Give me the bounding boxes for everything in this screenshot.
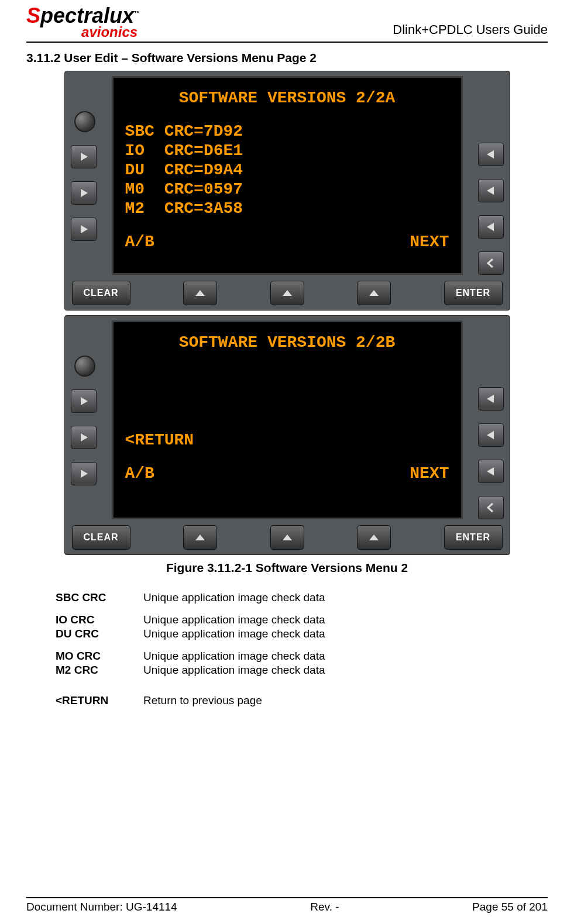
- svg-marker-0: [81, 153, 88, 161]
- svg-marker-14: [487, 467, 494, 475]
- definitions-block: SBC CRCUnique application image check da…: [56, 591, 548, 707]
- header-divider: [26, 42, 548, 43]
- revision: Rev. -: [310, 901, 339, 913]
- svg-marker-17: [369, 535, 379, 540]
- svg-marker-3: [487, 150, 494, 158]
- screen-title: SOFTWARE VERSIONS 2/2A: [125, 88, 449, 108]
- scroll-up-3[interactable]: [357, 525, 391, 550]
- right-softkey-3[interactable]: [478, 215, 504, 239]
- def-label: DU CRC: [56, 628, 143, 640]
- svg-marker-12: [487, 395, 494, 403]
- screen-b: SOFTWARE VERSIONS 2/2B <RETURN A/B NEXT: [112, 320, 463, 519]
- svg-marker-2: [81, 225, 88, 233]
- device-panel-a: SOFTWARE VERSIONS 2/2A SBC CRC=7D92 IO C…: [64, 71, 510, 311]
- page-footer: Document Number: UG-14114 Rev. - Page 55…: [26, 897, 548, 913]
- def-value: Return to previous page: [143, 694, 548, 707]
- scroll-up-3[interactable]: [357, 281, 391, 305]
- logo: Spectralux™ avionics: [26, 6, 140, 39]
- ab-toggle-label: A/B: [125, 232, 154, 251]
- svg-marker-9: [81, 397, 88, 405]
- def-value: Unique application image check data: [143, 628, 548, 640]
- left-softkey-1[interactable]: [71, 389, 97, 413]
- svg-marker-4: [487, 187, 494, 195]
- left-key-column: [71, 320, 106, 519]
- left-softkey-2[interactable]: [71, 181, 97, 205]
- crc-line: M2 CRC=3A58: [125, 199, 449, 218]
- right-key-column: [469, 320, 504, 519]
- svg-marker-5: [487, 223, 494, 231]
- crc-line: IO CRC=D6E1: [125, 141, 449, 160]
- def-value: Unique application image check data: [143, 591, 548, 604]
- right-softkey-3[interactable]: [478, 460, 504, 483]
- left-softkey-3[interactable]: [71, 218, 97, 241]
- ab-toggle-label: A/B: [125, 464, 154, 483]
- screen-a: SOFTWARE VERSIONS 2/2A SBC CRC=7D92 IO C…: [112, 76, 463, 275]
- def-label: MO CRC: [56, 650, 143, 663]
- svg-marker-7: [283, 290, 292, 296]
- brightness-knob[interactable]: [74, 111, 95, 132]
- def-label: <RETURN: [56, 694, 143, 707]
- back-key[interactable]: [478, 496, 504, 519]
- def-label: M2 CRC: [56, 664, 143, 677]
- page-number: Page 55 of 201: [472, 901, 548, 913]
- svg-marker-11: [81, 470, 88, 478]
- next-label: NEXT: [410, 464, 449, 483]
- def-label: SBC CRC: [56, 591, 143, 604]
- logo-sub: avionics: [26, 26, 140, 39]
- def-label: IO CRC: [56, 613, 143, 626]
- scroll-up-1[interactable]: [183, 281, 217, 305]
- left-softkey-2[interactable]: [71, 426, 97, 449]
- return-label: <RETURN: [125, 430, 449, 450]
- def-value: Unique application image check data: [143, 613, 548, 626]
- left-key-column: [71, 76, 106, 275]
- crc-line: DU CRC=D9A4: [125, 160, 449, 180]
- svg-marker-10: [81, 433, 88, 442]
- left-softkey-3[interactable]: [71, 462, 97, 485]
- doc-number: Document Number: UG-14114: [26, 901, 177, 913]
- scroll-up-1[interactable]: [183, 525, 217, 550]
- svg-marker-8: [369, 290, 379, 296]
- enter-button[interactable]: ENTER: [444, 281, 503, 305]
- right-softkey-1[interactable]: [478, 387, 504, 411]
- right-softkey-1[interactable]: [478, 143, 504, 166]
- screen-title: SOFTWARE VERSIONS 2/2B: [125, 333, 449, 352]
- crc-line: SBC CRC=7D92: [125, 122, 449, 141]
- svg-marker-1: [81, 189, 88, 197]
- brightness-knob[interactable]: [74, 356, 95, 377]
- section-title: 3.11.2 User Edit – Software Versions Men…: [26, 51, 548, 65]
- crc-line: M0 CRC=0597: [125, 180, 449, 199]
- svg-marker-15: [195, 535, 205, 540]
- enter-button[interactable]: ENTER: [444, 525, 503, 550]
- back-key[interactable]: [478, 251, 504, 275]
- device-panel-b: SOFTWARE VERSIONS 2/2B <RETURN A/B NEXT …: [64, 315, 510, 555]
- scroll-up-2[interactable]: [270, 525, 304, 550]
- left-softkey-1[interactable]: [71, 145, 97, 168]
- next-label: NEXT: [410, 232, 449, 251]
- scroll-up-2[interactable]: [270, 281, 304, 305]
- right-key-column: [469, 76, 504, 275]
- right-softkey-2[interactable]: [478, 423, 504, 447]
- clear-button[interactable]: CLEAR: [72, 525, 130, 550]
- right-softkey-2[interactable]: [478, 179, 504, 202]
- svg-marker-16: [283, 535, 292, 540]
- def-value: Unique application image check data: [143, 650, 548, 663]
- guide-title: Dlink+CPDLC Users Guide: [393, 22, 548, 37]
- def-value: Unique application image check data: [143, 664, 548, 677]
- svg-marker-6: [195, 290, 205, 296]
- clear-button[interactable]: CLEAR: [72, 281, 130, 305]
- svg-marker-13: [487, 431, 494, 439]
- figure-caption: Figure 3.11.2-1 Software Versions Menu 2: [26, 561, 548, 575]
